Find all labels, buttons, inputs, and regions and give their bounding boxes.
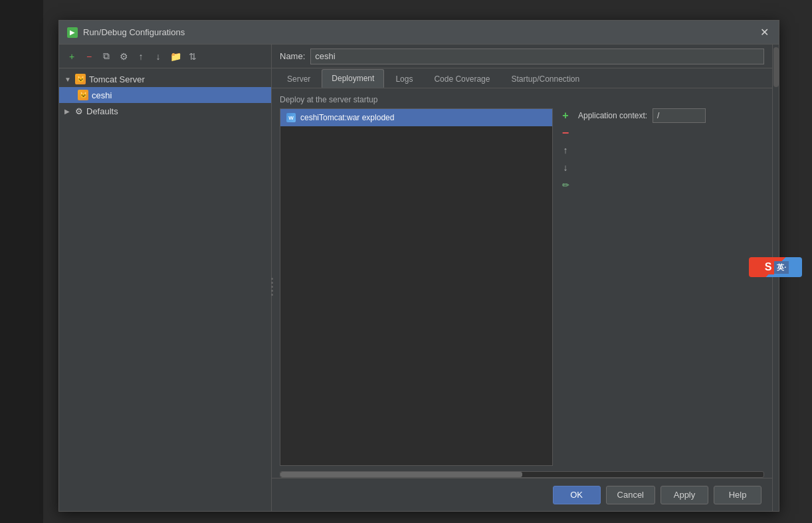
tabs-bar: Server Deployment Logs Code Coverage Sta…	[272, 68, 772, 88]
scrollbar-thumb	[280, 472, 522, 477]
tab-startup-connection[interactable]: Startup/Connection	[501, 69, 589, 88]
left-panel: + − ⧉ ⚙ ↑ ↓ 📁 ⇅ ▼ 🐱 Tomcat Server �	[59, 45, 272, 511]
remove-artifact-button[interactable]: −	[558, 126, 573, 140]
name-input[interactable]	[310, 49, 764, 64]
tree-item-defaults[interactable]: ▶ ⚙ Defaults	[59, 103, 271, 119]
drag-dot	[271, 294, 273, 296]
tree-label-ceshi: ceshi	[92, 90, 112, 100]
artifact-item-ceshi-tomcat[interactable]: W ceshiTomcat:war exploded	[280, 109, 552, 126]
title-bar: ▶ Run/Debug Configurations ✕	[59, 21, 779, 45]
tree-arrow-defaults: ▶	[64, 108, 74, 115]
tab-server[interactable]: Server	[277, 69, 320, 88]
add-artifact-button[interactable]: +	[558, 108, 573, 123]
artifact-list: W ceshiTomcat:war exploded	[280, 108, 553, 466]
deploy-section-label: Deploy at the server startup	[272, 88, 772, 108]
drag-dot	[271, 278, 273, 280]
dialog-footer: OK Cancel Apply Help	[272, 478, 772, 511]
tree-label-defaults: Defaults	[86, 106, 118, 116]
close-button[interactable]: ✕	[758, 26, 771, 39]
move-up-button[interactable]: ↑	[134, 49, 148, 64]
sort-button[interactable]: ⇅	[185, 49, 200, 64]
ime-indicator[interactable]: S 英·	[749, 257, 802, 277]
ime-text: 英·	[774, 261, 789, 274]
copy-config-button[interactable]: ⧉	[99, 49, 114, 64]
right-panel: Name: Server Deployment Logs Code Covera…	[272, 45, 772, 511]
name-row: Name:	[272, 45, 772, 68]
edit-artifact-button[interactable]: ✏	[558, 177, 573, 192]
dialog-body: + − ⧉ ⚙ ↑ ↓ 📁 ⇅ ▼ 🐱 Tomcat Server �	[59, 45, 779, 511]
drag-dot	[271, 290, 273, 292]
cancel-button[interactable]: Cancel	[606, 486, 655, 504]
sidebar-strip	[0, 0, 43, 523]
defaults-icon: ⚙	[75, 106, 83, 116]
deployment-tab-content: Deploy at the server startup W ceshiTomc…	[272, 88, 772, 478]
dialog-icon: ▶	[67, 27, 78, 38]
war-icon: W	[286, 112, 296, 123]
app-context-label: Application context:	[578, 111, 647, 120]
drag-dot	[271, 282, 273, 284]
scrollbar-thumb-vertical	[773, 47, 779, 87]
tree-item-tomcat-server[interactable]: ▼ 🐱 Tomcat Server	[59, 71, 271, 87]
ceshi-config-icon: 🐱	[78, 90, 88, 100]
artifact-label: ceshiTomcat:war exploded	[300, 113, 394, 122]
deploy-area: W ceshiTomcat:war exploded + − ↑ ↓ ✏	[272, 108, 772, 471]
tab-code-coverage[interactable]: Code Coverage	[424, 69, 500, 88]
move-artifact-down-button[interactable]: ↓	[558, 160, 573, 175]
tree-label-tomcat-server: Tomcat Server	[89, 74, 145, 84]
tab-logs[interactable]: Logs	[385, 69, 423, 88]
tree-arrow-tomcat: ▼	[64, 76, 74, 83]
ok-button[interactable]: OK	[553, 486, 601, 504]
group-config-button[interactable]: ⚙	[116, 49, 131, 64]
app-context-row: Application context:	[578, 108, 764, 123]
help-button[interactable]: Help	[714, 486, 761, 504]
move-down-button[interactable]: ↓	[151, 49, 165, 64]
apply-button[interactable]: Apply	[660, 486, 708, 504]
dialog-title: Run/Debug Configurations	[83, 27, 758, 37]
app-context-panel: Application context:	[578, 108, 764, 466]
name-label: Name:	[280, 51, 305, 61]
config-tree: ▼ 🐱 Tomcat Server 🐱 ceshi ▶ ⚙ Defaults	[59, 68, 271, 511]
horizontal-scrollbar[interactable]	[280, 471, 764, 478]
config-toolbar: + − ⧉ ⚙ ↑ ↓ 📁 ⇅	[59, 45, 271, 68]
folder-button[interactable]: 📁	[168, 49, 183, 64]
vertical-scrollbar[interactable]	[772, 45, 779, 511]
app-context-input[interactable]	[653, 108, 706, 123]
artifact-buttons: + − ↑ ↓ ✏	[558, 108, 573, 466]
resize-handle[interactable]	[269, 67, 274, 506]
add-config-button[interactable]: +	[64, 49, 79, 64]
ime-letter: S	[762, 260, 775, 274]
move-artifact-up-button[interactable]: ↑	[558, 143, 573, 157]
remove-config-button[interactable]: −	[82, 49, 96, 64]
run-debug-dialog: ▶ Run/Debug Configurations ✕ + − ⧉ ⚙ ↑ ↓…	[58, 20, 779, 512]
tree-item-ceshi[interactable]: 🐱 ceshi	[59, 87, 271, 103]
drag-dot	[271, 286, 273, 288]
tomcat-server-icon: 🐱	[75, 74, 86, 84]
tab-deployment[interactable]: Deployment	[322, 69, 384, 88]
